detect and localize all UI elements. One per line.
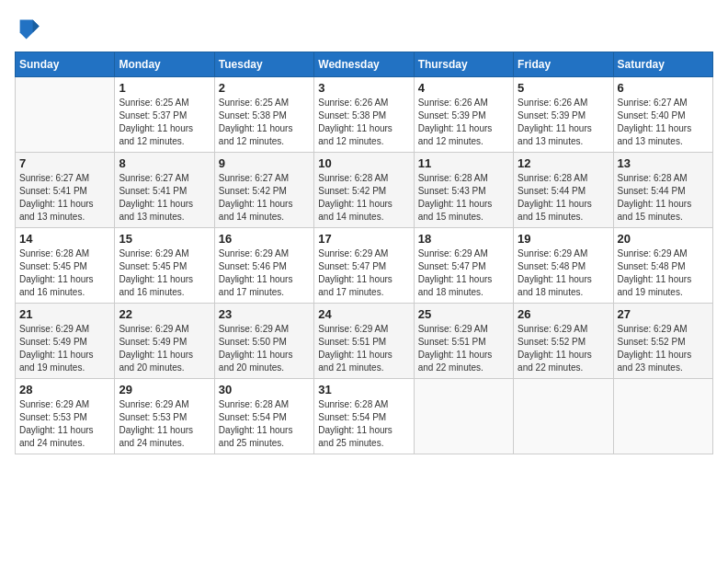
day-header-sunday: Sunday bbox=[16, 52, 115, 77]
day-number: 20 bbox=[618, 232, 709, 246]
day-number: 22 bbox=[119, 307, 210, 321]
day-info: Sunrise: 6:25 AM Sunset: 5:37 PM Dayligh… bbox=[119, 97, 210, 148]
day-info: Sunrise: 6:26 AM Sunset: 5:38 PM Dayligh… bbox=[318, 97, 409, 148]
calendar-cell: 28Sunrise: 6:29 AM Sunset: 5:53 PM Dayli… bbox=[16, 379, 115, 454]
day-info: Sunrise: 6:28 AM Sunset: 5:44 PM Dayligh… bbox=[618, 172, 709, 224]
day-number: 19 bbox=[518, 232, 609, 246]
calendar-week-row: 21Sunrise: 6:29 AM Sunset: 5:49 PM Dayli… bbox=[16, 304, 713, 379]
day-number: 8 bbox=[119, 156, 210, 170]
calendar-table: SundayMondayTuesdayWednesdayThursdayFrid… bbox=[15, 52, 713, 454]
svg-marker-1 bbox=[33, 20, 40, 33]
day-info: Sunrise: 6:29 AM Sunset: 5:49 PM Dayligh… bbox=[19, 323, 110, 374]
day-info: Sunrise: 6:29 AM Sunset: 5:45 PM Dayligh… bbox=[119, 247, 210, 299]
day-info: Sunrise: 6:28 AM Sunset: 5:54 PM Dayligh… bbox=[318, 398, 409, 450]
day-info: Sunrise: 6:29 AM Sunset: 5:48 PM Dayligh… bbox=[618, 247, 709, 299]
day-header-tuesday: Tuesday bbox=[214, 52, 313, 77]
day-number: 15 bbox=[119, 232, 210, 246]
calendar-cell: 4Sunrise: 6:26 AM Sunset: 5:39 PM Daylig… bbox=[414, 77, 513, 153]
day-number: 16 bbox=[219, 232, 310, 246]
calendar-cell: 21Sunrise: 6:29 AM Sunset: 5:49 PM Dayli… bbox=[16, 304, 115, 379]
calendar-cell: 18Sunrise: 6:29 AM Sunset: 5:47 PM Dayli… bbox=[414, 228, 513, 304]
calendar-cell: 14Sunrise: 6:28 AM Sunset: 5:45 PM Dayli… bbox=[16, 228, 115, 304]
calendar-cell: 17Sunrise: 6:29 AM Sunset: 5:47 PM Dayli… bbox=[314, 228, 414, 304]
day-info: Sunrise: 6:28 AM Sunset: 5:45 PM Dayligh… bbox=[19, 247, 110, 299]
day-info: Sunrise: 6:29 AM Sunset: 5:47 PM Dayligh… bbox=[318, 247, 409, 299]
day-info: Sunrise: 6:27 AM Sunset: 5:41 PM Dayligh… bbox=[119, 172, 210, 224]
day-info: Sunrise: 6:29 AM Sunset: 5:48 PM Dayligh… bbox=[518, 247, 609, 299]
day-info: Sunrise: 6:27 AM Sunset: 5:42 PM Dayligh… bbox=[219, 172, 310, 224]
day-header-monday: Monday bbox=[115, 52, 214, 77]
calendar-cell bbox=[414, 379, 513, 454]
calendar-cell: 19Sunrise: 6:29 AM Sunset: 5:48 PM Dayli… bbox=[514, 228, 613, 304]
logo bbox=[15, 15, 44, 40]
calendar-cell: 25Sunrise: 6:29 AM Sunset: 5:51 PM Dayli… bbox=[414, 304, 513, 379]
day-info: Sunrise: 6:29 AM Sunset: 5:50 PM Dayligh… bbox=[219, 323, 310, 374]
calendar-cell: 9Sunrise: 6:27 AM Sunset: 5:42 PM Daylig… bbox=[214, 153, 313, 228]
day-number: 23 bbox=[219, 307, 310, 321]
day-number: 11 bbox=[418, 156, 509, 170]
calendar-cell: 30Sunrise: 6:28 AM Sunset: 5:54 PM Dayli… bbox=[214, 379, 313, 454]
day-number: 30 bbox=[219, 383, 310, 396]
day-info: Sunrise: 6:25 AM Sunset: 5:38 PM Dayligh… bbox=[219, 97, 310, 148]
day-number: 7 bbox=[19, 156, 110, 170]
day-number: 10 bbox=[318, 156, 409, 170]
day-info: Sunrise: 6:28 AM Sunset: 5:43 PM Dayligh… bbox=[418, 172, 509, 224]
calendar-cell bbox=[16, 77, 115, 153]
day-number: 21 bbox=[19, 307, 110, 321]
day-info: Sunrise: 6:29 AM Sunset: 5:53 PM Dayligh… bbox=[19, 398, 110, 450]
calendar-cell: 3Sunrise: 6:26 AM Sunset: 5:38 PM Daylig… bbox=[314, 77, 414, 153]
calendar-cell: 11Sunrise: 6:28 AM Sunset: 5:43 PM Dayli… bbox=[414, 153, 513, 228]
day-info: Sunrise: 6:28 AM Sunset: 5:42 PM Dayligh… bbox=[318, 172, 409, 224]
day-info: Sunrise: 6:29 AM Sunset: 5:46 PM Dayligh… bbox=[219, 247, 310, 299]
day-info: Sunrise: 6:29 AM Sunset: 5:47 PM Dayligh… bbox=[418, 247, 509, 299]
svg-marker-0 bbox=[20, 20, 40, 40]
calendar-cell bbox=[613, 379, 712, 454]
day-header-wednesday: Wednesday bbox=[314, 52, 414, 77]
day-info: Sunrise: 6:29 AM Sunset: 5:53 PM Dayligh… bbox=[119, 398, 210, 450]
day-header-friday: Friday bbox=[514, 52, 613, 77]
day-number: 17 bbox=[318, 232, 409, 246]
day-info: Sunrise: 6:27 AM Sunset: 5:41 PM Dayligh… bbox=[19, 172, 110, 224]
day-number: 14 bbox=[19, 232, 110, 246]
calendar-week-row: 28Sunrise: 6:29 AM Sunset: 5:53 PM Dayli… bbox=[16, 379, 713, 454]
calendar-week-row: 14Sunrise: 6:28 AM Sunset: 5:45 PM Dayli… bbox=[16, 228, 713, 304]
day-info: Sunrise: 6:29 AM Sunset: 5:51 PM Dayligh… bbox=[318, 323, 409, 374]
calendar-cell: 2Sunrise: 6:25 AM Sunset: 5:38 PM Daylig… bbox=[214, 77, 313, 153]
calendar-cell: 26Sunrise: 6:29 AM Sunset: 5:52 PM Dayli… bbox=[514, 304, 613, 379]
calendar-cell: 1Sunrise: 6:25 AM Sunset: 5:37 PM Daylig… bbox=[115, 77, 214, 153]
day-number: 27 bbox=[618, 307, 709, 321]
day-info: Sunrise: 6:27 AM Sunset: 5:40 PM Dayligh… bbox=[618, 97, 709, 148]
calendar-cell: 24Sunrise: 6:29 AM Sunset: 5:51 PM Dayli… bbox=[314, 304, 414, 379]
day-number: 28 bbox=[19, 383, 110, 396]
page-header bbox=[15, 15, 713, 40]
day-info: Sunrise: 6:28 AM Sunset: 5:44 PM Dayligh… bbox=[518, 172, 609, 224]
calendar-header-row: SundayMondayTuesdayWednesdayThursdayFrid… bbox=[16, 52, 713, 77]
day-header-saturday: Saturday bbox=[613, 52, 712, 77]
day-number: 26 bbox=[518, 307, 609, 321]
day-number: 31 bbox=[318, 383, 409, 396]
day-number: 24 bbox=[318, 307, 409, 321]
calendar-cell bbox=[514, 379, 613, 454]
calendar-cell: 13Sunrise: 6:28 AM Sunset: 5:44 PM Dayli… bbox=[613, 153, 712, 228]
day-info: Sunrise: 6:26 AM Sunset: 5:39 PM Dayligh… bbox=[518, 97, 609, 148]
day-number: 3 bbox=[318, 81, 409, 95]
day-number: 9 bbox=[219, 156, 310, 170]
calendar-cell: 12Sunrise: 6:28 AM Sunset: 5:44 PM Dayli… bbox=[514, 153, 613, 228]
calendar-cell: 15Sunrise: 6:29 AM Sunset: 5:45 PM Dayli… bbox=[115, 228, 214, 304]
logo-icon bbox=[15, 15, 40, 40]
calendar-cell: 8Sunrise: 6:27 AM Sunset: 5:41 PM Daylig… bbox=[115, 153, 214, 228]
day-info: Sunrise: 6:29 AM Sunset: 5:49 PM Dayligh… bbox=[119, 323, 210, 374]
calendar-cell: 16Sunrise: 6:29 AM Sunset: 5:46 PM Dayli… bbox=[214, 228, 313, 304]
calendar-cell: 20Sunrise: 6:29 AM Sunset: 5:48 PM Dayli… bbox=[613, 228, 712, 304]
calendar-cell: 10Sunrise: 6:28 AM Sunset: 5:42 PM Dayli… bbox=[314, 153, 414, 228]
day-info: Sunrise: 6:29 AM Sunset: 5:52 PM Dayligh… bbox=[518, 323, 609, 374]
day-number: 2 bbox=[219, 81, 310, 95]
day-number: 13 bbox=[618, 156, 709, 170]
day-info: Sunrise: 6:29 AM Sunset: 5:52 PM Dayligh… bbox=[618, 323, 709, 374]
calendar-week-row: 1Sunrise: 6:25 AM Sunset: 5:37 PM Daylig… bbox=[16, 77, 713, 153]
calendar-cell: 22Sunrise: 6:29 AM Sunset: 5:49 PM Dayli… bbox=[115, 304, 214, 379]
calendar-cell: 6Sunrise: 6:27 AM Sunset: 5:40 PM Daylig… bbox=[613, 77, 712, 153]
day-number: 18 bbox=[418, 232, 509, 246]
calendar-cell: 29Sunrise: 6:29 AM Sunset: 5:53 PM Dayli… bbox=[115, 379, 214, 454]
day-number: 25 bbox=[418, 307, 509, 321]
